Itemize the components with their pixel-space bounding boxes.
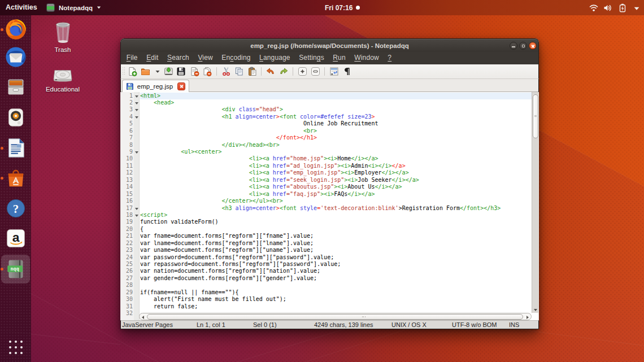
close-all-button[interactable] bbox=[202, 67, 212, 76]
close-all-icon bbox=[202, 67, 212, 76]
code-line-19: function validateForm() bbox=[140, 219, 532, 225]
zoom-out-button[interactable] bbox=[311, 67, 320, 76]
menu-language[interactable]: Language bbox=[255, 52, 294, 64]
dock-item-writer[interactable] bbox=[5, 137, 27, 159]
code-line-3: <div class="head"> bbox=[140, 106, 532, 113]
code-line-13: <li><a href="seek_login.jsp"><i>Job Seek… bbox=[140, 177, 532, 184]
code-line-14: <li><a href="aboutus.jsp"><i>About Us</i… bbox=[140, 184, 532, 190]
fold-marker-icon[interactable] bbox=[135, 151, 138, 154]
word-wrap-button[interactable] bbox=[329, 67, 339, 76]
line-number: 13 bbox=[121, 177, 140, 184]
system-tray[interactable] bbox=[589, 0, 641, 15]
desktop-icon-trash[interactable]: Trash bbox=[41, 21, 84, 53]
line-number: 6 bbox=[121, 128, 140, 134]
status-item: Sel 0 (1) bbox=[253, 321, 277, 329]
tab-close-icon[interactable] bbox=[177, 82, 185, 90]
wifi-icon bbox=[589, 3, 598, 12]
zoom-out-icon bbox=[311, 67, 320, 76]
tab-label: emp_reg.jsp bbox=[137, 83, 173, 90]
dock-item-software[interactable] bbox=[5, 167, 27, 189]
menu-file[interactable]: File bbox=[122, 52, 142, 64]
notepadqq-window: emp_reg.jsp (/home/swap/Documents) - Not… bbox=[120, 38, 539, 329]
toolbar-separator bbox=[261, 67, 262, 76]
notification-dot bbox=[356, 6, 360, 10]
show-all-characters-button[interactable] bbox=[342, 67, 351, 76]
show-all-characters-icon bbox=[342, 67, 351, 76]
dock-item-notepadqq[interactable] bbox=[5, 258, 27, 280]
help-icon bbox=[5, 198, 27, 219]
window-titlebar[interactable]: emp_reg.jsp (/home/swap/Documents) - Not… bbox=[120, 38, 539, 52]
status-item: UTF-8 w/o BOM bbox=[452, 321, 497, 329]
line-number: 4 bbox=[121, 114, 140, 120]
close-document-button[interactable] bbox=[190, 67, 199, 76]
clock[interactable]: Fri 07:16 bbox=[325, 0, 360, 15]
menu-settings[interactable]: Settings bbox=[294, 52, 328, 64]
line-number: 16 bbox=[121, 198, 140, 204]
menu-view[interactable]: View bbox=[194, 52, 217, 64]
fold-marker-icon[interactable] bbox=[135, 102, 138, 104]
undo-button[interactable] bbox=[266, 67, 275, 76]
open-dropdown-icon bbox=[155, 67, 160, 76]
save-button[interactable] bbox=[164, 67, 173, 76]
cut-button[interactable] bbox=[221, 67, 231, 76]
menu-run[interactable]: Run bbox=[329, 52, 350, 64]
menu-encoding[interactable]: Encoding bbox=[217, 52, 255, 64]
fold-marker-icon[interactable] bbox=[135, 95, 138, 98]
code-line-9: <ul><center> bbox=[140, 149, 532, 155]
rhythmbox-icon bbox=[5, 107, 27, 128]
menu-edit[interactable]: Edit bbox=[142, 52, 163, 64]
save-all-button[interactable] bbox=[176, 67, 186, 76]
line-number: 5 bbox=[121, 120, 140, 127]
desktop-icon-educational[interactable]: Educational bbox=[41, 67, 84, 93]
code-editor[interactable]: 1234567891011121314151617181920212223242… bbox=[121, 92, 538, 320]
tab-emp_reg.jsp[interactable]: emp_reg.jsp bbox=[122, 80, 189, 92]
activities-button[interactable]: Activities bbox=[6, 0, 37, 15]
copy-icon bbox=[234, 67, 244, 76]
close-document-icon bbox=[190, 67, 199, 76]
status-item: UNIX / OS X bbox=[391, 321, 427, 329]
toolbar-separator bbox=[324, 67, 325, 76]
notepadqq-icon bbox=[5, 258, 27, 280]
running-indicator-dot bbox=[1, 147, 3, 150]
dock-item-firefox[interactable] bbox=[5, 18, 27, 41]
dock-item-help[interactable] bbox=[5, 197, 27, 220]
vertical-scrollbar[interactable] bbox=[532, 92, 538, 313]
minimize-button[interactable] bbox=[510, 42, 517, 50]
chevron-down-icon bbox=[633, 5, 641, 12]
dock-item-amazon[interactable] bbox=[5, 227, 27, 250]
show-applications-button[interactable] bbox=[5, 336, 27, 359]
toolbar-grip[interactable] bbox=[123, 67, 125, 76]
fold-marker-icon[interactable] bbox=[135, 208, 138, 210]
new-document-button[interactable] bbox=[128, 67, 137, 76]
fold-marker-icon[interactable] bbox=[135, 215, 138, 217]
redo-button[interactable] bbox=[279, 67, 289, 76]
app-menu[interactable]: Notepadqq bbox=[46, 0, 101, 15]
open-dropdown-button[interactable] bbox=[153, 67, 162, 76]
maximize-button[interactable] bbox=[519, 42, 527, 50]
menu-window[interactable]: Window bbox=[350, 52, 384, 64]
dock-item-rhythmbox[interactable] bbox=[5, 106, 27, 129]
copy-button[interactable] bbox=[234, 67, 244, 76]
code-line-7: </font></h1> bbox=[140, 134, 532, 141]
code-text[interactable]: <html> <head> <div class="head"> <h1 ali… bbox=[140, 93, 532, 321]
paste-icon bbox=[247, 67, 257, 76]
fold-marker-icon[interactable] bbox=[135, 116, 138, 119]
open-folder-button[interactable] bbox=[141, 67, 150, 76]
menu-search[interactable]: Search bbox=[163, 52, 193, 64]
zoom-in-button[interactable] bbox=[298, 67, 307, 76]
volume-icon bbox=[603, 3, 612, 12]
fold-marker-icon[interactable] bbox=[135, 109, 138, 111]
menu-bar: FileEditSearchViewEncodingLanguageSettin… bbox=[120, 52, 539, 64]
dock-item-thunderbird[interactable] bbox=[5, 46, 27, 68]
code-line-24: var password=document.forms["regform"]["… bbox=[140, 254, 532, 261]
vertical-scrollbar-thumb[interactable] bbox=[533, 94, 538, 138]
code-line-1: <html> bbox=[140, 93, 532, 99]
close-button[interactable] bbox=[529, 42, 537, 50]
line-number: 18 bbox=[121, 212, 140, 219]
paste-button[interactable] bbox=[247, 67, 257, 76]
menu-help[interactable]: ? bbox=[384, 52, 396, 64]
files-icon bbox=[5, 76, 27, 98]
scroll-down-arrow[interactable] bbox=[532, 307, 538, 313]
new-document-icon bbox=[128, 67, 137, 76]
dock-item-files[interactable] bbox=[5, 76, 27, 98]
